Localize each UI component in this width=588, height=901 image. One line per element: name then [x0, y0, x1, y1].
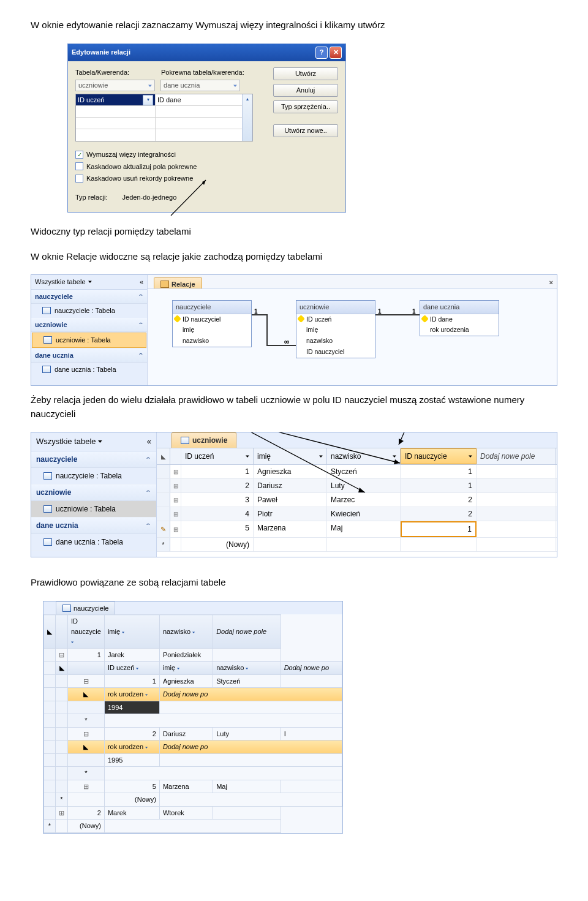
collapse-icon[interactable]: «	[147, 435, 151, 448]
column-header[interactable]: ID uczeń ▾	[104, 662, 159, 675]
collapse-icon[interactable]: «	[140, 277, 143, 287]
column-header-id-nauczyciel[interactable]: ID nauczycie▾	[401, 448, 477, 464]
table-row[interactable]: 1994	[44, 701, 342, 714]
table-row[interactable]: ⊟ 1 Jarek Poniedziałek	[44, 648, 342, 662]
table-row[interactable]: ⊞4PiotrKwiecień2	[157, 507, 557, 521]
table-row[interactable]: ⊞ 2 Marek Wtorek	[44, 806, 342, 820]
collapse-icon[interactable]: ⊟	[68, 674, 105, 688]
grid-cell-right-1[interactable]: ID dane	[156, 94, 242, 105]
column-header-add-new[interactable]: Dodaj nowe pole	[477, 448, 556, 464]
close-icon[interactable]: ✕	[330, 47, 342, 59]
new-row[interactable]: *	[44, 767, 342, 780]
row-header[interactable]	[157, 493, 170, 507]
checkbox-cascade-delete[interactable]: Kaskadowo usuń rekordy pokrewne	[75, 173, 266, 184]
table-icon	[43, 505, 52, 513]
nav-header[interactable]: Wszystkie tabele ▾ «	[31, 432, 156, 451]
nav-item[interactable]: uczniowie : Tabela	[31, 501, 156, 518]
nav-item[interactable]: nauczyciele : Tabela	[31, 304, 147, 318]
table-row[interactable]: ⊞ 5 Marzena Maj	[44, 780, 342, 793]
collapse-icon[interactable]: ⊟	[68, 727, 105, 741]
column-header-imie[interactable]: imię▾	[254, 448, 327, 464]
nav-group-header[interactable]: uczniowie⌃	[31, 318, 147, 333]
select-table-left[interactable]: uczniowie ▾	[75, 80, 155, 91]
scrollbar[interactable]: ▴	[242, 94, 252, 141]
column-header[interactable]: nazwisko ▾	[159, 615, 213, 649]
column-header-nazwisko[interactable]: nazwisko▾	[327, 448, 401, 464]
paragraph-4: Żeby relacja jeden do wielu działała pra…	[31, 393, 557, 421]
expand-icon[interactable]: ⊞	[170, 465, 181, 478]
nav-item[interactable]: uczniowie : Tabela	[32, 333, 146, 348]
nav-item[interactable]: nauczyciele : Tabela	[31, 468, 156, 484]
table-row[interactable]: ⊞5MarzenaMaj1	[157, 521, 557, 538]
column-header-add-new[interactable]: Dodaj nowe pole	[213, 615, 281, 649]
expand-icon[interactable]: ⊞	[170, 493, 181, 507]
row-header[interactable]	[157, 507, 170, 521]
column-header[interactable]: ID nauczycie ▾	[68, 615, 105, 649]
join-type-button[interactable]: Typ sprzężenia..	[273, 100, 338, 113]
table-row[interactable]: 1995	[44, 753, 342, 767]
column-header[interactable]: nazwisko ▾	[213, 662, 281, 675]
column-header[interactable]: imię ▾	[104, 615, 159, 649]
nav-group-header[interactable]: dane ucznia⌃	[31, 518, 156, 534]
grid-cell-left-1[interactable]: ID uczeń ▾	[76, 94, 156, 105]
dialog-titlebar: Edytowanie relacji ? ✕	[68, 44, 345, 61]
checkbox-enforce-integrity[interactable]: ✓ Wymuszaj więzy integralności	[75, 149, 266, 160]
entity-uczniowie[interactable]: uczniowie ID uczeń imię nazwisko ID nauc…	[296, 300, 375, 358]
table-row[interactable]: ⊞3PawełMarzec2	[157, 493, 557, 507]
table-row[interactable]: ⊞2DariuszLuty1	[157, 479, 557, 493]
table-row[interactable]: ⊞1AgnieszkaStyczeń1	[157, 465, 557, 479]
column-header-add-new[interactable]: Dodaj nowe po	[281, 662, 342, 675]
new-row[interactable]: (Nowy)	[157, 538, 557, 552]
expand-icon[interactable]: ⊞	[170, 479, 181, 492]
select-table-right[interactable]: dane ucznia ▾	[160, 80, 240, 91]
new-row[interactable]: *	[44, 714, 342, 728]
checkbox-icon	[75, 162, 83, 170]
nav-item[interactable]: dane ucznia : Tabela	[31, 534, 156, 551]
row-header[interactable]	[157, 521, 170, 537]
create-button[interactable]: Utwórz	[273, 67, 338, 80]
nav-header[interactable]: Wszystkie tabele ▾ «	[31, 275, 147, 290]
nav-group-header[interactable]: uczniowie⌃	[31, 484, 156, 501]
datasheet-header-row: ◣ ID uczeń▾ imię▾ nazwisko▾ ID nauczycie…	[157, 448, 557, 465]
select-all-corner[interactable]: ◣	[44, 615, 56, 649]
column-header[interactable]: rok urodzen ▾	[104, 688, 159, 701]
cancel-button[interactable]: Anuluj	[273, 84, 338, 97]
checkbox-icon	[75, 175, 83, 183]
column-header-add-new[interactable]: Dodaj nowe po	[159, 688, 342, 701]
table-row[interactable]: ⊟ 1 Agnieszka Styczeń	[44, 674, 342, 688]
nav-group-header[interactable]: nauczyciele⌃	[31, 290, 147, 304]
create-new-button[interactable]: Utwórz nowe..	[273, 124, 338, 137]
row-header[interactable]	[157, 538, 170, 551]
navigation-pane: Wszystkie tabele ▾ « nauczyciele⌃nauczyc…	[31, 275, 148, 385]
column-header-id[interactable]: ID uczeń▾	[181, 448, 254, 464]
tab-uczniowie[interactable]: uczniowie	[172, 432, 236, 448]
tab-nauczyciele[interactable]: nauczyciele	[56, 601, 115, 615]
row-header[interactable]	[157, 465, 170, 478]
column-header-add-new[interactable]: Dodaj nowe po	[159, 741, 342, 754]
column-header[interactable]: rok urodzen ▾	[104, 741, 159, 754]
expand-icon[interactable]: ⊞	[170, 507, 181, 521]
entity-dane-ucznia[interactable]: dane ucznia ID dane rok urodzenia	[420, 300, 499, 336]
relations-icon	[160, 281, 169, 288]
new-row[interactable]: * (Nowy)	[44, 793, 342, 807]
relation-fields-grid[interactable]: ID uczeń ▾ ID dane ▴	[75, 94, 253, 141]
checkbox-cascade-update[interactable]: Kaskadowo aktualizuj pola pokrewne	[75, 162, 266, 172]
help-icon[interactable]: ?	[315, 47, 328, 59]
paragraph-3: W oknie Relacje widoczne są relacje jaki…	[31, 250, 557, 264]
nav-group-header[interactable]: nauczyciele⌃	[31, 451, 156, 468]
nav-group-header[interactable]: dane ucznia⌃	[31, 349, 147, 363]
collapse-icon[interactable]: ⊟	[56, 648, 68, 662]
nav-item[interactable]: dane ucznia : Tabela	[31, 363, 147, 377]
row-header[interactable]	[157, 479, 170, 492]
expand-icon[interactable]: ⊞	[56, 806, 68, 820]
close-icon[interactable]: ×	[549, 277, 553, 288]
expand-icon[interactable]: ⊞	[170, 521, 181, 537]
table-row[interactable]: ⊟ 2 Dariusz Luty I	[44, 727, 342, 741]
chevron-down-icon: ▾	[233, 83, 237, 89]
new-row[interactable]: * (Nowy)	[44, 820, 342, 833]
entity-nauczyciele[interactable]: nauczyciele ID nauczyciel imię nazwisko	[172, 300, 252, 347]
chevron-down-icon[interactable]: ▾	[143, 95, 153, 105]
column-header[interactable]: imię ▾	[159, 662, 213, 675]
expand-icon[interactable]: ⊞	[68, 780, 105, 793]
select-all-corner[interactable]: ◣	[157, 448, 170, 464]
